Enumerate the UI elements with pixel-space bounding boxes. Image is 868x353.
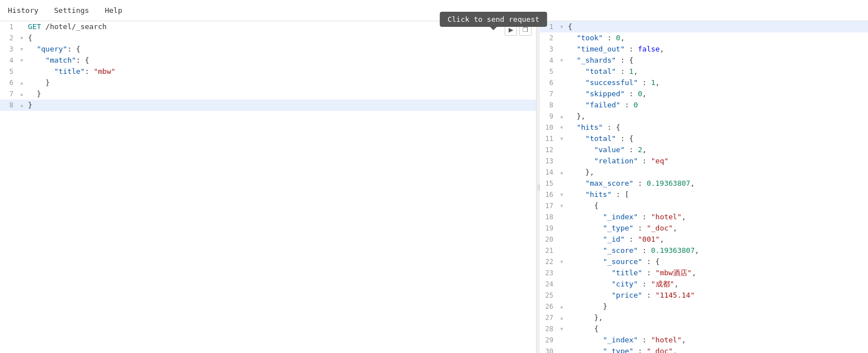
response-line: 2 "took" : 0, [540, 32, 868, 44]
line-number: 26 [540, 301, 558, 312]
fold-gutter[interactable]: ▾ [558, 21, 566, 32]
line-number: 15 [540, 178, 558, 189]
response-line: 18 "_index" : "hotel", [540, 211, 868, 223]
nav-history[interactable]: History [6, 2, 41, 19]
response-line: 30 "_type" : "_doc", [540, 346, 868, 353]
line-number: 21 [540, 245, 558, 256]
fold-gutter[interactable]: ▾ [18, 55, 26, 66]
fold-gutter[interactable]: ▴ [558, 312, 566, 323]
line-content: "_type" : "_doc", [566, 346, 868, 353]
response-panel[interactable]: 1 ▾ { 2 "took" : 0, 3 "timed_out" : fals… [540, 21, 868, 353]
line-number: 11 [540, 133, 558, 144]
run-button[interactable]: ▶ [505, 23, 517, 36]
line-content: "skipped" : 0, [566, 88, 868, 100]
copy-icon: ❐ [523, 26, 528, 34]
fold-gutter[interactable]: ▾ [18, 44, 26, 55]
line-number: 13 [540, 156, 558, 167]
line-content: "total" : { [566, 133, 868, 144]
line-number: 6 [540, 77, 558, 88]
response-line: 10 ▾ "hits" : { [540, 122, 868, 133]
line-content: "price" : "1145.14" [566, 290, 868, 301]
fold-gutter[interactable]: ▾ [558, 55, 566, 66]
editor-line: 6 ▴ } [0, 77, 536, 88]
line-content: "city" : "成都", [566, 279, 868, 290]
fold-gutter[interactable]: ▾ [558, 189, 566, 200]
response-line: 13 "relation" : "eq" [540, 156, 868, 167]
fold-gutter[interactable]: ▾ [558, 256, 566, 267]
line-content: "value" : 2, [566, 144, 868, 156]
fold-gutter[interactable]: ▴ [18, 100, 26, 111]
response-line: 8 "failed" : 0 [540, 100, 868, 111]
line-number: 25 [540, 290, 558, 301]
editor-line: 5 "title": "mbw" [0, 66, 536, 77]
line-content: "max_score" : 0.19363807, [566, 178, 868, 189]
line-content: } [26, 100, 536, 111]
line-number: 1 [0, 21, 18, 32]
line-number: 29 [540, 335, 558, 346]
line-content: "_source" : { [566, 256, 868, 267]
copy-button[interactable]: ❐ [519, 23, 532, 36]
line-number: 24 [540, 279, 558, 290]
line-number: 2 [0, 32, 18, 44]
line-number: 5 [0, 66, 18, 77]
line-number: 5 [540, 66, 558, 77]
line-number: 27 [540, 312, 558, 323]
fold-gutter [558, 144, 566, 156]
line-number: 19 [540, 223, 558, 234]
fold-gutter[interactable]: ▴ [18, 88, 26, 100]
fold-gutter[interactable]: ▾ [558, 200, 566, 211]
response-line: 4 ▾ "_shards" : { [540, 55, 868, 66]
fold-gutter[interactable]: ▴ [18, 77, 26, 88]
fold-gutter[interactable]: ▾ [558, 122, 566, 133]
fold-gutter[interactable]: ▴ [558, 111, 566, 122]
line-content: "relation" : "eq" [566, 156, 868, 167]
line-content: { [566, 323, 868, 335]
response-line: 29 "_index" : "hotel", [540, 335, 868, 346]
line-number: 7 [540, 88, 558, 100]
fold-gutter[interactable] [18, 21, 26, 32]
response-line: 3 "timed_out" : false, [540, 44, 868, 55]
line-content: "hits" : [ [566, 189, 868, 200]
fold-gutter [558, 44, 566, 55]
editor-line: 8 ▴ } [0, 100, 536, 111]
line-number: 7 [0, 88, 18, 100]
fold-gutter[interactable]: ▴ [558, 301, 566, 312]
line-content: "title" : "mbw酒店", [566, 267, 868, 279]
line-number: 30 [540, 346, 558, 353]
line-content: GET /hotel/_search [26, 21, 536, 32]
fold-gutter [558, 178, 566, 189]
fold-gutter[interactable]: ▾ [558, 323, 566, 335]
nav-menu: History Settings Help [6, 2, 125, 19]
line-number: 16 [540, 189, 558, 200]
fold-gutter[interactable]: ▴ [558, 167, 566, 178]
fold-gutter [558, 100, 566, 111]
line-number: 12 [540, 144, 558, 156]
response-line: 11 ▾ "total" : { [540, 133, 868, 144]
fold-gutter [558, 279, 566, 290]
line-number: 1 [540, 21, 558, 32]
fold-gutter [558, 223, 566, 234]
editor-code-area[interactable]: 1 GET /hotel/_search 2 ▾ { 3 ▾ "query": … [0, 21, 536, 353]
line-content: }, [566, 167, 868, 178]
nav-help[interactable]: Help [102, 2, 124, 19]
line-number: 3 [540, 44, 558, 55]
response-line: 19 "_type" : "_doc", [540, 223, 868, 234]
fold-gutter [558, 335, 566, 346]
editor-line: 3 ▾ "query": { [0, 44, 536, 55]
line-content: "successful" : 1, [566, 77, 868, 88]
line-content: { [566, 200, 868, 211]
fold-gutter [558, 211, 566, 223]
fold-gutter[interactable]: ▾ [558, 133, 566, 144]
line-content: "_score" : 0.19363807, [566, 245, 868, 256]
top-bar: History Settings Help Click to send requ… [0, 0, 868, 21]
editor-line: 2 ▾ { [0, 32, 536, 44]
fold-gutter[interactable]: ▾ [18, 32, 26, 44]
line-content: } [26, 77, 536, 88]
line-content: "timed_out" : false, [566, 44, 868, 55]
response-line: 23 "title" : "mbw酒店", [540, 267, 868, 279]
fold-gutter [18, 66, 26, 77]
fold-gutter [558, 346, 566, 353]
editor-line: 7 ▴ } [0, 88, 536, 100]
nav-settings[interactable]: Settings [52, 2, 92, 19]
fold-gutter [558, 77, 566, 88]
